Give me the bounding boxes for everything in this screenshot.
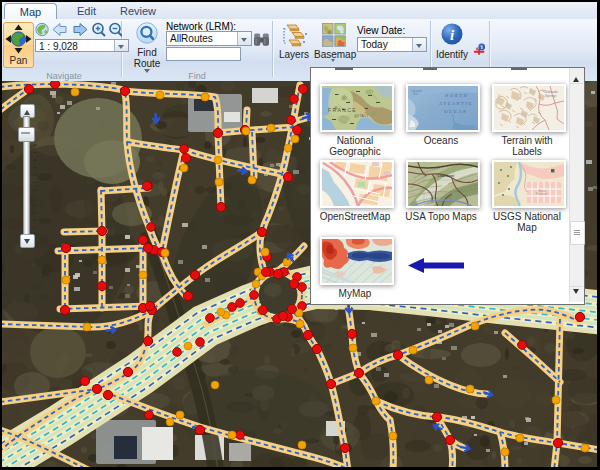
svg-text:Pleasant: Pleasant (536, 192, 547, 196)
svg-text:Springs: Springs (545, 94, 557, 98)
svg-text:NORTH: NORTH (444, 93, 469, 98)
svg-text:Sea: Sea (413, 92, 418, 96)
svg-text:Lewistown: Lewistown (438, 174, 454, 178)
svg-text:ITALY: ITALY (358, 114, 369, 118)
svg-text:OCEAN: OCEAN (444, 109, 468, 114)
svg-text:ATLANTIC: ATLANTIC (438, 101, 473, 106)
svg-text:FRANCE: FRANCE (328, 107, 357, 113)
